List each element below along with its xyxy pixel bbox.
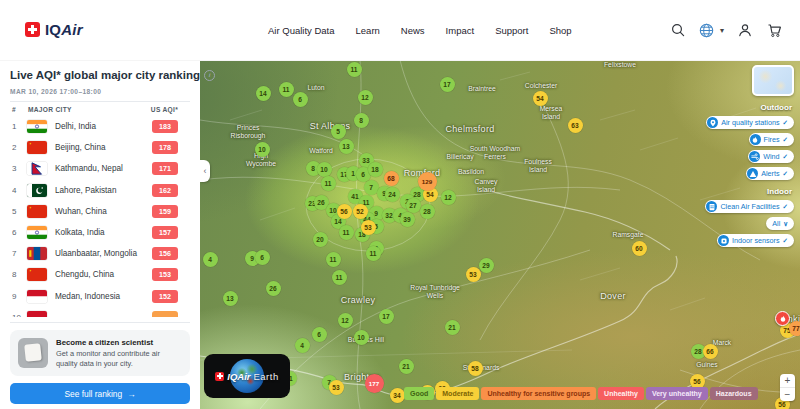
aqi-marker[interactable]: 20 (313, 232, 328, 247)
aqi-marker[interactable]: 53 (329, 380, 344, 395)
aqi-marker[interactable]: 177 (365, 374, 384, 393)
aqi-marker[interactable]: 26 (266, 281, 281, 296)
aqi-marker[interactable]: 11 (321, 176, 336, 191)
aqi-marker[interactable]: 6 (312, 327, 327, 342)
aqi-marker[interactable]: 52 (353, 204, 368, 219)
aqi-marker[interactable]: 11 (279, 82, 294, 97)
iqair-logo-text: IQAir (45, 21, 83, 38)
rank-number: 10 (12, 313, 27, 317)
aqi-marker[interactable]: 56 (337, 204, 352, 219)
aqi-marker[interactable]: 63 (568, 118, 583, 133)
zoom-out-button[interactable]: − (780, 388, 795, 401)
aqi-marker[interactable]: 29 (479, 258, 494, 273)
aqi-marker[interactable]: 12 (441, 190, 456, 205)
aqi-marker[interactable]: 21 (445, 320, 460, 335)
aqi-marker[interactable]: 10 (255, 142, 270, 157)
country-flag-icon (27, 311, 47, 317)
language-dropdown-caret-icon[interactable]: ▾ (720, 26, 724, 35)
col-rank: # (12, 106, 28, 113)
aqi-marker[interactable]: 11 (366, 246, 381, 261)
search-icon[interactable] (670, 22, 686, 38)
aqi-marker[interactable]: 66 (703, 344, 718, 359)
air-quality-map[interactable]: ‹ Outdoor Air quality stations✓Fires✓Win… (200, 60, 800, 409)
aqi-marker[interactable]: 6 (255, 250, 270, 265)
nav-item-learn[interactable]: Learn (356, 25, 380, 36)
ranking-row[interactable]: 1Delhi, India183 (12, 116, 178, 137)
language-globe-icon[interactable] (699, 22, 715, 38)
aqi-marker[interactable]: 129 (418, 172, 437, 191)
fire-event-marker[interactable] (775, 311, 790, 326)
cart-icon[interactable] (766, 22, 782, 38)
aqi-marker[interactable]: 27 (406, 198, 421, 213)
layer-toggle-clean-air-facilities[interactable]: Clean Air Facilities✓ (705, 200, 794, 213)
info-icon[interactable]: i (204, 70, 215, 81)
see-full-ranking-button[interactable]: See full ranking→ (10, 383, 190, 404)
ranking-row[interactable]: 9Medan, Indonesia152 (12, 286, 178, 307)
aqi-marker[interactable]: 28 (420, 204, 435, 219)
aqi-marker[interactable]: 77 (789, 321, 800, 336)
map-layer-controls: Outdoor Air quality stations✓Fires✓Wind✓… (705, 65, 794, 247)
ranking-row[interactable]: 8Chengdu, China153 (12, 264, 178, 285)
aqi-marker[interactable]: 14 (256, 86, 271, 101)
ranking-row[interactable]: 4Lahore, Pakistan162 (12, 180, 178, 201)
nav-item-news[interactable]: News (401, 25, 425, 36)
ranking-row[interactable]: 10 (12, 307, 178, 317)
aqi-marker[interactable]: 4 (203, 252, 218, 267)
layer-toggle-air-quality-stations[interactable]: Air quality stations✓ (706, 116, 794, 129)
aqi-marker[interactable]: 11 (339, 225, 354, 240)
map-style-thumbnail-button[interactable] (752, 65, 794, 96)
divider (10, 101, 190, 102)
aqi-marker[interactable]: 6 (293, 92, 308, 107)
ranking-row[interactable]: 2Beijing, China178 (12, 137, 178, 158)
layer-toggle-fires[interactable]: Fires✓ (749, 133, 794, 146)
aqi-marker[interactable]: 5 (331, 124, 346, 139)
country-flag-icon (27, 247, 47, 260)
aqi-marker[interactable]: 68 (384, 171, 399, 186)
layer-toggle-all[interactable]: All∨ (766, 217, 794, 230)
aqi-marker[interactable]: 17 (379, 309, 394, 324)
layer-toggle-indoor-sensors[interactable]: Indoor sensors✓ (717, 234, 794, 247)
nav-item-shop[interactable]: Shop (549, 25, 571, 36)
aqi-marker[interactable]: 13 (339, 139, 354, 154)
aqi-marker[interactable]: 12 (338, 313, 353, 328)
aqi-marker[interactable]: 58 (468, 361, 483, 376)
aqi-marker[interactable]: 18 (368, 162, 383, 177)
ranking-row[interactable]: 6Kolkata, India157 (12, 222, 178, 243)
aqi-value-badge: 159 (152, 205, 178, 218)
aqi-marker[interactable]: 24 (385, 187, 400, 202)
aqi-marker[interactable]: 4 (295, 338, 310, 353)
indoor-section-label: Indoor (767, 187, 792, 196)
aqi-marker[interactable]: 17 (440, 77, 455, 92)
account-icon[interactable] (737, 22, 753, 38)
layer-toggle-wind[interactable]: Wind✓ (748, 150, 794, 163)
iqair-earth-button[interactable]: IQAir Earth (204, 354, 290, 398)
nav-item-support[interactable]: Support (495, 25, 528, 36)
aqi-marker[interactable]: 54 (533, 91, 548, 106)
aqi-marker[interactable]: 34 (390, 388, 405, 403)
aqi-marker[interactable]: 13 (223, 291, 238, 306)
aqi-marker[interactable]: 8 (354, 113, 369, 128)
ranking-row[interactable]: 5Wuhan, China159 (12, 201, 178, 222)
iqair-logo[interactable]: IQAir (25, 21, 83, 38)
layer-toggle-alerts[interactable]: Alerts✓ (746, 167, 794, 180)
aqi-value-badge: 156 (152, 247, 178, 260)
aqi-marker[interactable]: 11 (347, 62, 362, 77)
aqi-marker[interactable]: 10 (354, 330, 369, 345)
nav-item-impact[interactable]: Impact (446, 25, 475, 36)
aqi-marker[interactable]: 60 (632, 241, 647, 256)
check-icon: ✓ (783, 170, 788, 178)
aqi-marker[interactable]: 12 (358, 90, 373, 105)
aqi-marker[interactable]: 11 (326, 252, 341, 267)
citizen-scientist-card[interactable]: Become a citizen scientist Get a monitor… (10, 330, 190, 376)
nav-item-air-quality-data[interactable]: Air Quality Data (268, 25, 335, 36)
aqi-marker[interactable]: 10 (317, 162, 332, 177)
aqi-marker[interactable]: 53 (361, 220, 376, 235)
ranking-row[interactable]: 3Kathmandu, Nepal171 (12, 158, 178, 179)
aqi-marker[interactable]: 53 (466, 267, 481, 282)
aqi-marker[interactable]: 21 (399, 359, 414, 374)
ranking-row[interactable]: 7Ulaanbaatar, Mongolia156 (12, 243, 178, 264)
aqi-marker[interactable]: 11 (332, 270, 347, 285)
sidebar-collapse-button[interactable]: ‹ (200, 160, 210, 182)
zoom-in-button[interactable]: + (780, 374, 795, 388)
aqi-marker[interactable]: 39 (400, 212, 415, 227)
